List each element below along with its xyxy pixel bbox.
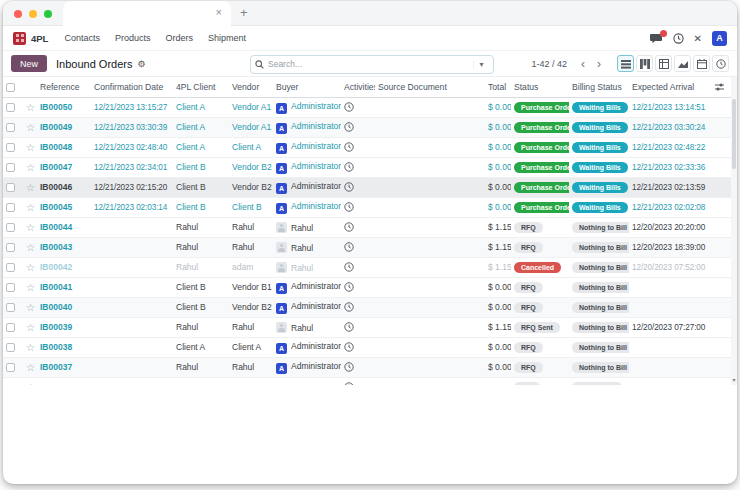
activity-clock-icon[interactable]: [344, 382, 354, 385]
header-expected-arrival[interactable]: Expected Arrival: [629, 77, 711, 97]
reference-link[interactable]: IB00037: [40, 362, 72, 372]
app-name[interactable]: 4PL: [31, 33, 48, 44]
new-button[interactable]: New: [11, 55, 47, 72]
activity-clock-icon[interactable]: [344, 102, 354, 112]
table-row[interactable]: ☆ IB00043 Rahul Rahul Rahul $ 1.15 RFQ N…: [3, 237, 731, 257]
table-row[interactable]: ☆ IB00044 Rahul Rahul Rahul $ 1.15 RFQ N…: [3, 217, 731, 237]
table-row[interactable]: ☆ IB00047 12/21/2023 02:34:01 Client B V…: [3, 157, 731, 177]
activity-clock-icon[interactable]: [344, 162, 354, 172]
column-options-icon[interactable]: [711, 77, 731, 97]
search-options-toggle-icon[interactable]: ▾: [473, 60, 489, 69]
favorite-star-icon[interactable]: ☆: [26, 342, 35, 353]
table-row[interactable]: ☆ IB00048 12/21/2023 02:48:40 Client A C…: [3, 137, 731, 157]
activity-clock-icon[interactable]: [344, 322, 354, 332]
close-window-button[interactable]: [14, 10, 22, 18]
row-checkbox[interactable]: [6, 283, 15, 292]
table-row[interactable]: ☆ IB00045 12/21/2023 02:03:14 Client B C…: [3, 197, 731, 217]
favorite-star-icon[interactable]: ☆: [26, 322, 35, 333]
activity-clock-icon[interactable]: [344, 342, 354, 352]
select-all-checkbox[interactable]: [6, 83, 15, 92]
row-checkbox[interactable]: [6, 243, 15, 252]
x-systray-icon[interactable]: ✕: [694, 33, 702, 44]
favorite-star-icon[interactable]: ☆: [26, 202, 35, 213]
table-row[interactable]: ☆ IB00042 Rahul adam Rahul $ 1.15 Cancel…: [3, 257, 731, 277]
action-gear-icon[interactable]: ⚙: [137, 59, 145, 69]
header-reference[interactable]: Reference: [37, 77, 91, 97]
browser-tab[interactable]: ×: [63, 1, 231, 26]
activity-clock-icon[interactable]: [344, 302, 354, 312]
favorite-star-icon[interactable]: ☆: [26, 282, 35, 293]
row-checkbox[interactable]: [6, 163, 15, 172]
row-checkbox[interactable]: [6, 183, 15, 192]
activity-clock-icon[interactable]: [344, 182, 354, 192]
header-billing-status[interactable]: Billing Status: [569, 77, 629, 97]
pager-next-button[interactable]: ›: [591, 56, 607, 72]
scrollbar-down-arrow-icon[interactable]: ▾: [731, 376, 737, 383]
menu-products[interactable]: Products: [115, 33, 151, 43]
header-total[interactable]: Total: [485, 77, 511, 97]
table-row[interactable]: ☆ IB00039 Rahul Rahul Rahul $ 1.15 RFQ S…: [3, 317, 731, 337]
new-tab-button[interactable]: +: [240, 5, 248, 20]
reference-link[interactable]: IB00049: [40, 122, 72, 132]
menu-orders[interactable]: Orders: [166, 33, 194, 43]
app-logo-icon[interactable]: [13, 32, 26, 45]
header-source-document[interactable]: Source Document: [375, 77, 485, 97]
list-view-button[interactable]: [617, 55, 634, 72]
header-vendor[interactable]: Vendor: [229, 77, 273, 97]
minimize-window-button[interactable]: [29, 10, 37, 18]
header-activities[interactable]: Activities: [341, 77, 375, 97]
favorite-star-icon[interactable]: ☆: [26, 222, 35, 233]
header-status[interactable]: Status: [511, 77, 569, 97]
favorite-star-icon[interactable]: ☆: [26, 262, 35, 273]
calendar-view-button[interactable]: [693, 55, 710, 72]
activity-clock-icon[interactable]: [344, 202, 354, 212]
graph-view-button[interactable]: [674, 55, 691, 72]
search-input[interactable]: [268, 59, 473, 69]
row-checkbox[interactable]: [6, 123, 15, 132]
maximize-window-button[interactable]: [44, 10, 52, 18]
activity-clock-icon[interactable]: [344, 122, 354, 132]
menu-contacts[interactable]: Contacts: [64, 33, 100, 43]
reference-link[interactable]: IB00038: [40, 342, 72, 352]
favorite-star-icon[interactable]: ☆: [26, 242, 35, 253]
activity-clock-icon[interactable]: [344, 142, 354, 152]
favorite-star-icon[interactable]: ☆: [26, 122, 35, 133]
activity-clock-icon[interactable]: [344, 282, 354, 292]
user-avatar[interactable]: A: [712, 31, 727, 46]
reference-link[interactable]: IB00041: [40, 282, 72, 292]
table-row[interactable]: ☆ IB00049 12/21/2023 03:30:39 Client A V…: [3, 117, 731, 137]
row-checkbox[interactable]: [6, 323, 15, 332]
row-checkbox[interactable]: [6, 223, 15, 232]
reference-link[interactable]: IB00040: [40, 302, 72, 312]
reference-link[interactable]: IB00048: [40, 142, 72, 152]
reference-link[interactable]: IB00046: [40, 182, 72, 192]
menu-shipment[interactable]: Shipment: [208, 33, 246, 43]
reference-link[interactable]: IB00050: [40, 102, 72, 112]
reference-link[interactable]: IB00042: [40, 262, 72, 272]
table-row[interactable]: ☆: [3, 377, 731, 385]
favorite-star-icon[interactable]: ☆: [26, 382, 35, 386]
favorite-star-icon[interactable]: ☆: [26, 162, 35, 173]
row-checkbox[interactable]: [6, 143, 15, 152]
table-row[interactable]: ☆ IB00046 12/21/2023 02:15:20 Client B V…: [3, 177, 731, 197]
activity-clock-icon[interactable]: [344, 242, 354, 252]
reference-link[interactable]: IB00045: [40, 202, 72, 212]
table-row[interactable]: ☆ IB00040 Client B Vendor B2 AAdministra…: [3, 297, 731, 317]
kanban-view-button[interactable]: [636, 55, 653, 72]
row-checkbox[interactable]: [6, 263, 15, 272]
table-row[interactable]: ☆ IB00038 Client A Client A AAdministrat…: [3, 337, 731, 357]
activities-clock-icon[interactable]: [673, 33, 684, 44]
favorite-star-icon[interactable]: ☆: [26, 102, 35, 113]
header-confirmation-date[interactable]: Confirmation Date: [91, 77, 173, 97]
row-checkbox[interactable]: [6, 103, 15, 112]
messages-icon[interactable]: [650, 33, 663, 44]
search-bar[interactable]: ▾: [250, 55, 494, 74]
activity-clock-icon[interactable]: [344, 222, 354, 232]
reference-link[interactable]: IB00043: [40, 242, 72, 252]
row-checkbox[interactable]: [6, 363, 15, 372]
favorite-star-icon[interactable]: ☆: [26, 182, 35, 193]
tab-close-icon[interactable]: ×: [216, 6, 222, 18]
pivot-view-button[interactable]: [655, 55, 672, 72]
scrollbar-thumb[interactable]: [732, 99, 736, 169]
row-checkbox[interactable]: [6, 203, 15, 212]
